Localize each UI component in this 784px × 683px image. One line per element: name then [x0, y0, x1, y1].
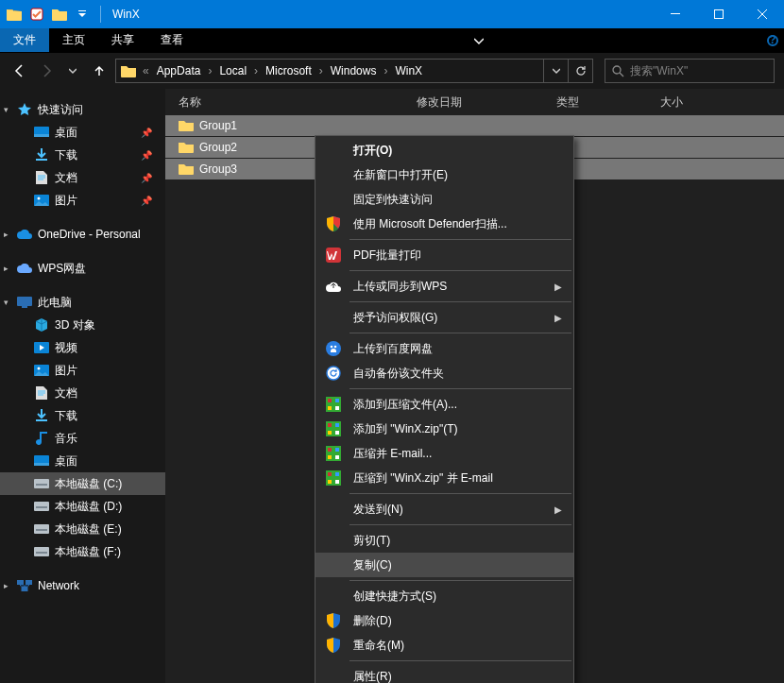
col-name[interactable]: 名称	[179, 89, 417, 115]
col-size[interactable]: 大小	[660, 89, 736, 115]
menu-pin-quick-access[interactable]: 固定到快速访问	[315, 187, 573, 212]
refresh-button[interactable]	[568, 60, 592, 82]
sidebar-thispc[interactable]: ▾此电脑	[0, 291, 165, 314]
menu-defender-scan[interactable]: 使用 Microsoft Defender扫描...	[315, 212, 573, 236]
caret-icon[interactable]: ▸	[4, 581, 9, 590]
sidebar-item-documents[interactable]: 文档📌	[0, 166, 165, 189]
pictures-icon	[34, 363, 49, 378]
sync-icon	[325, 365, 342, 382]
document-icon	[34, 385, 49, 401]
qat-folder-icon[interactable]	[49, 4, 70, 25]
sidebar-item-disk-e[interactable]: 本地磁盘 (E:)	[0, 518, 165, 540]
menu-grant-access[interactable]: 授予访问权限(G)▶	[315, 305, 573, 330]
sidebar-onedrive[interactable]: ▸OneDrive - Personal	[0, 223, 165, 246]
desktop-icon	[34, 453, 49, 469]
tab-home[interactable]: 主页	[49, 28, 98, 52]
sidebar-item-downloads[interactable]: 下载📌	[0, 144, 165, 166]
tab-view[interactable]: 查看	[147, 28, 196, 52]
window-title: WinX	[105, 8, 140, 21]
sidebar-item-desktop[interactable]: 桌面📌	[0, 121, 165, 144]
sidebar-item-label: 下载	[55, 147, 77, 163]
menu-separator	[349, 270, 571, 271]
crumb-local[interactable]: Local	[213, 60, 252, 82]
crumb-prefix[interactable]: «	[141, 64, 151, 77]
navigation-bar: « AppData› Local› Microsoft› Windows› Wi…	[0, 53, 784, 89]
ribbon-help-icon[interactable]: ?	[761, 28, 784, 52]
col-date[interactable]: 修改日期	[417, 89, 556, 115]
svg-text:?: ?	[769, 35, 775, 46]
minimize-button[interactable]	[654, 0, 697, 28]
menu-separator	[349, 524, 571, 525]
menu-item-label: 复制(C)	[353, 557, 392, 573]
nav-forward-button[interactable]	[36, 60, 57, 81]
crumb-windows[interactable]: Windows	[325, 60, 383, 82]
crumb-microsoft[interactable]: Microsoft	[260, 60, 317, 82]
sidebar-item-3dobjects[interactable]: 3D 对象	[0, 314, 165, 336]
sidebar-item-videos[interactable]: 视频	[0, 336, 165, 359]
qat-checkbox-icon[interactable]	[26, 4, 47, 25]
menu-item-label: 添加到 "WinX.zip"(T)	[353, 421, 458, 437]
sidebar-item-disk-d[interactable]: 本地磁盘 (D:)	[0, 495, 165, 518]
menu-add-archive[interactable]: 添加到压缩文件(A)...	[315, 392, 573, 417]
menu-zip-to-email[interactable]: 压缩到 "WinX.zip" 并 E-mail	[315, 466, 573, 490]
address-bar[interactable]: « AppData› Local› Microsoft› Windows› Wi…	[115, 59, 593, 83]
menu-pdf-print[interactable]: PDF批量打印	[315, 243, 573, 267]
download-icon	[34, 147, 49, 162]
caret-icon[interactable]: ▾	[4, 105, 9, 114]
sidebar-wps[interactable]: ▸WPS网盘	[0, 257, 165, 280]
sidebar-quick-access[interactable]: ▾ 快速访问	[0, 98, 165, 121]
address-dropdown-icon[interactable]	[543, 60, 568, 82]
sidebar-item-pictures-pc[interactable]: 图片	[0, 359, 165, 382]
menu-open[interactable]: 打开(O)	[315, 138, 573, 162]
menu-auto-backup[interactable]: 自动备份该文件夹	[315, 361, 573, 385]
caret-icon[interactable]: ▸	[4, 264, 9, 273]
col-type[interactable]: 类型	[556, 89, 660, 115]
caret-icon[interactable]: ▾	[4, 298, 9, 307]
menu-send-to[interactable]: 发送到(N)▶	[315, 497, 573, 521]
menu-baidu-upload[interactable]: 上传到百度网盘	[315, 336, 573, 361]
menu-zip-email[interactable]: 压缩并 E-mail...	[315, 441, 573, 466]
cloud-icon	[17, 261, 32, 276]
caret-icon[interactable]: ▸	[4, 230, 9, 239]
chevron-right-icon[interactable]: ›	[317, 64, 325, 77]
close-button[interactable]	[741, 0, 784, 28]
ribbon-collapse-icon[interactable]	[463, 28, 495, 52]
nav-back-button[interactable]	[9, 60, 30, 81]
chevron-right-icon[interactable]: ›	[252, 64, 260, 77]
menu-add-zip[interactable]: 添加到 "WinX.zip"(T)	[315, 417, 573, 441]
crumb-appdata[interactable]: AppData	[151, 60, 207, 82]
crumb-winx[interactable]: WinX	[389, 60, 428, 82]
sidebar-item-desktop-pc[interactable]: 桌面	[0, 450, 165, 472]
menu-item-label: PDF批量打印	[353, 248, 421, 264]
qat-dropdown-icon[interactable]	[72, 4, 93, 25]
sidebar-item-disk-f[interactable]: 本地磁盘 (F:)	[0, 540, 165, 563]
menu-create-shortcut[interactable]: 创建快捷方式(S)	[315, 584, 573, 608]
menu-copy[interactable]: 复制(C)	[315, 553, 573, 577]
menu-rename[interactable]: 重命名(M)	[315, 633, 573, 657]
menu-item-label: 剪切(T)	[353, 533, 390, 549]
archive-icon	[325, 470, 342, 487]
sidebar-item-disk-c[interactable]: 本地磁盘 (C:)	[0, 472, 165, 495]
tab-file[interactable]: 文件	[0, 28, 49, 52]
search-input[interactable]: 搜索"WinX"	[605, 59, 775, 83]
sidebar-item-downloads-pc[interactable]: 下载	[0, 404, 165, 427]
list-item[interactable]: Group1	[165, 115, 784, 136]
svg-rect-41	[335, 423, 339, 427]
sidebar-item-label: Network	[38, 579, 79, 592]
sidebar-item-documents-pc[interactable]: 文档	[0, 382, 165, 404]
chevron-right-icon[interactable]: ›	[382, 64, 389, 77]
chevron-right-icon[interactable]: ›	[206, 64, 213, 77]
drive-icon	[34, 476, 49, 491]
sidebar-item-pictures[interactable]: 图片📌	[0, 189, 165, 212]
tab-share[interactable]: 共享	[98, 28, 147, 52]
sidebar-network[interactable]: ▸Network	[0, 574, 165, 597]
menu-open-new-window[interactable]: 在新窗口中打开(E)	[315, 162, 573, 187]
menu-wps-upload[interactable]: 上传或同步到WPS▶	[315, 274, 573, 299]
menu-cut[interactable]: 剪切(T)	[315, 528, 573, 553]
maximize-button[interactable]	[697, 0, 741, 28]
menu-properties[interactable]: 属性(R)	[315, 664, 573, 683]
sidebar-item-music[interactable]: 音乐	[0, 427, 165, 450]
nav-recent-dropdown[interactable]	[62, 60, 83, 81]
nav-up-button[interactable]	[89, 60, 110, 81]
menu-delete[interactable]: 删除(D)	[315, 608, 573, 633]
